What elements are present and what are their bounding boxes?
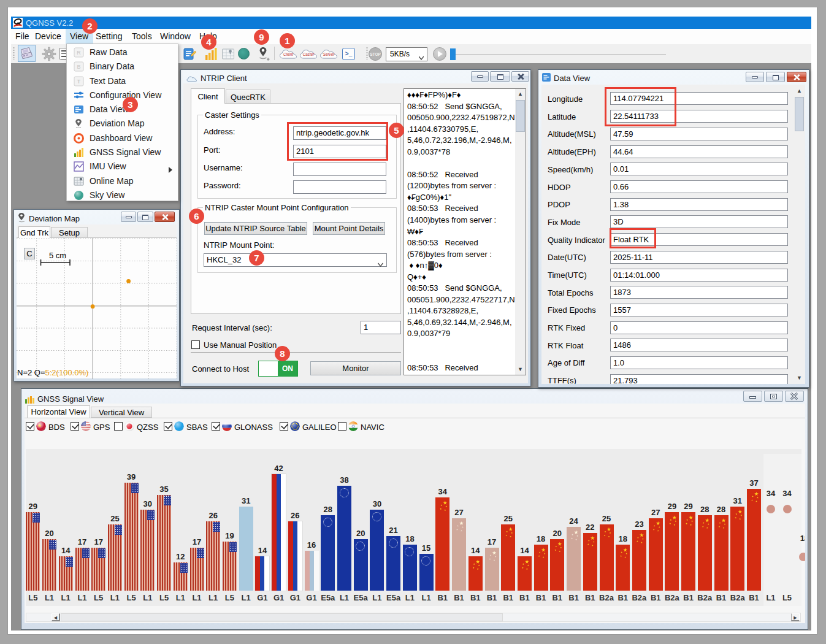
svg-text:R: R	[77, 50, 81, 56]
svg-text:Client: Client	[283, 52, 293, 56]
svg-text:5 cm: 5 cm	[49, 251, 66, 260]
svg-text:Server: Server	[323, 52, 335, 56]
svg-text:T: T	[77, 79, 81, 85]
svg-text:Caster: Caster	[303, 52, 315, 56]
svg-text:B: B	[77, 64, 80, 70]
